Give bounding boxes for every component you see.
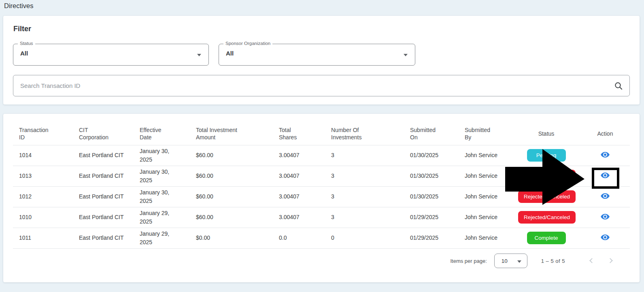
cell-transaction-id: 1014	[13, 145, 73, 166]
cell-effective-date: January 30, 2025	[134, 145, 190, 166]
cell-transaction-id: 1013	[13, 166, 73, 186]
cell-transaction-id: 1012	[13, 186, 73, 207]
eye-icon	[600, 191, 610, 201]
cell-submitted-by: John Service	[459, 186, 512, 207]
cell-effective-date: January 29, 2025	[134, 207, 190, 228]
cell-submitted-by: John Service	[459, 145, 512, 166]
status-select-value: All	[20, 50, 28, 57]
col-header-total-shares: Total Shares	[273, 114, 325, 145]
table-header-row: Transaction ID CIT Corporation Effective…	[13, 114, 630, 145]
eye-icon	[600, 150, 610, 160]
cell-total-investment-amount: $60.00	[190, 186, 273, 207]
page-size-value: 10	[502, 258, 508, 264]
previous-page-button[interactable]	[586, 256, 597, 266]
cell-submitted-on: 01/30/2025	[404, 145, 459, 166]
cell-total-investment-amount: $60.00	[190, 166, 273, 186]
chevron-down-icon	[197, 54, 201, 56]
cell-cit-corporation: East Portland CIT	[73, 186, 134, 207]
cell-total-shares: 3.00407	[273, 207, 325, 228]
directives-table-card: Transaction ID CIT Corporation Effective…	[3, 114, 640, 282]
cell-submitted-by: John Service	[459, 166, 512, 186]
cell-transaction-id: 1011	[13, 228, 73, 248]
search-input[interactable]	[13, 75, 629, 96]
col-header-transaction-id: Transaction ID	[13, 114, 73, 145]
col-header-action: Action	[581, 114, 630, 145]
status-select[interactable]: Status All	[13, 44, 209, 66]
chevron-right-icon	[608, 258, 613, 263]
page-range-label: 1 – 5 of 5	[541, 258, 565, 264]
cell-number-of-investments: 3	[325, 145, 404, 166]
cell-effective-date: January 29, 2025	[134, 228, 190, 248]
eye-icon	[600, 212, 610, 222]
filter-heading: Filter	[13, 25, 31, 33]
status-badge: Pending	[527, 149, 566, 162]
table-row: 1011 East Portland CIT January 29, 2025 …	[13, 228, 630, 248]
cell-effective-date: January 30, 2025	[134, 186, 190, 207]
cell-total-shares: 3.00407	[273, 145, 325, 166]
directives-table: Transaction ID CIT Corporation Effective…	[13, 114, 630, 249]
search-field	[13, 75, 630, 96]
cell-total-shares: 0.0	[273, 228, 325, 248]
view-action-button[interactable]	[599, 190, 611, 202]
col-header-number-of-investments: Number Of Investments	[325, 114, 404, 145]
eye-icon	[600, 171, 610, 180]
cell-cit-corporation: East Portland CIT	[73, 207, 134, 228]
cell-number-of-investments: 0	[325, 228, 404, 248]
cell-total-shares: 3.00407	[273, 166, 325, 186]
cell-total-investment-amount: $60.00	[190, 207, 273, 228]
cell-total-shares: 3.00407	[273, 186, 325, 207]
cell-cit-corporation: East Portland CIT	[73, 166, 134, 186]
cell-submitted-on: 01/29/2025	[404, 228, 459, 248]
chevron-down-icon	[404, 54, 408, 56]
cell-number-of-investments: 3	[325, 166, 404, 186]
sponsor-organization-select-value: All	[226, 50, 234, 57]
col-header-total-investment-amount: Total Investment Amount	[190, 114, 273, 145]
cell-number-of-investments: 3	[325, 186, 404, 207]
table-row: 1010 East Portland CIT January 29, 2025 …	[13, 207, 630, 228]
cell-cit-corporation: East Portland CIT	[73, 228, 134, 248]
chevron-left-icon	[589, 258, 595, 263]
eye-icon	[600, 232, 610, 242]
page-size-select[interactable]: 10	[494, 254, 527, 268]
status-badge: Rejected/Canceled	[518, 170, 576, 183]
view-action-button[interactable]	[599, 170, 611, 181]
cell-submitted-on: 01/29/2025	[404, 207, 459, 228]
cell-total-investment-amount: $0.00	[190, 228, 273, 248]
cell-number-of-investments: 3	[325, 207, 404, 228]
sponsor-organization-select[interactable]: Sponsor Organization All	[219, 44, 415, 66]
filter-card: Filter Status All Sponsor Organization A…	[3, 16, 640, 104]
table-row: 1012 East Portland CIT January 30, 2025 …	[13, 186, 630, 207]
cell-transaction-id: 1010	[13, 207, 73, 228]
col-header-effective-date: Effective Date	[134, 114, 190, 145]
cell-submitted-by: John Service	[459, 228, 512, 248]
status-badge: Rejected/Canceled	[518, 211, 576, 224]
next-page-button[interactable]	[606, 256, 616, 266]
table-row: 1014 East Portland CIT January 30, 2025 …	[13, 145, 630, 166]
col-header-cit-corporation: CIT Corporation	[73, 114, 134, 145]
status-select-label: Status	[18, 41, 35, 46]
cell-effective-date: January 30, 2025	[134, 166, 190, 186]
cell-submitted-on: 01/30/2025	[404, 186, 459, 207]
cell-total-investment-amount: $60.00	[190, 145, 273, 166]
search-icon[interactable]	[614, 81, 623, 90]
status-badge: Rejected/Canceled	[518, 190, 576, 203]
paginator: Items per page: 10 1 – 5 of 5	[450, 254, 616, 268]
view-action-button[interactable]	[599, 149, 611, 160]
status-badge: Complete	[527, 232, 566, 245]
items-per-page-label: Items per page:	[450, 258, 487, 264]
col-header-status: Status	[512, 114, 581, 145]
cell-cit-corporation: East Portland CIT	[73, 145, 134, 166]
col-header-submitted-by: Submitted By	[459, 114, 512, 145]
cell-submitted-by: John Service	[459, 207, 512, 228]
page-title: Directives	[4, 2, 33, 10]
sponsor-organization-select-label: Sponsor Organization	[223, 41, 272, 46]
col-header-submitted-on: Submitted On	[404, 114, 459, 145]
table-row: 1013 East Portland CIT January 30, 2025 …	[13, 166, 630, 186]
cell-submitted-on: 01/30/2025	[404, 166, 459, 186]
directives-page: Directives Filter Status All Sponsor Org…	[0, 0, 644, 292]
view-action-button[interactable]	[599, 211, 611, 222]
view-action-button[interactable]	[599, 232, 611, 243]
chevron-down-icon	[517, 260, 521, 263]
